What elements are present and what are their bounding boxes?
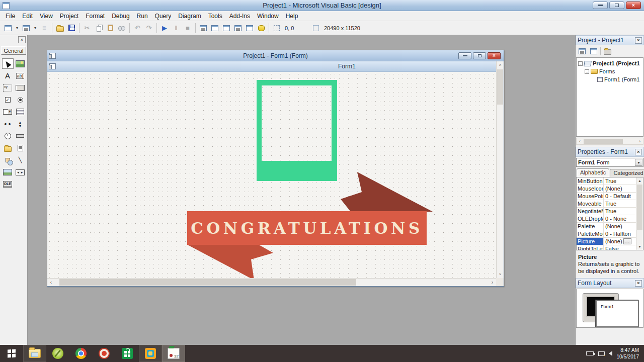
taskbar-vmware[interactable] (139, 345, 162, 362)
menu-item-edit[interactable]: Edit (19, 12, 36, 21)
chevron-down-icon[interactable]: ▾ (635, 159, 642, 166)
copy-button[interactable] (93, 23, 104, 34)
form-layout-button[interactable] (221, 23, 232, 34)
scroll-up-icon[interactable]: ▲ (636, 177, 643, 184)
toolbox-label-tool[interactable]: A (2, 70, 14, 81)
tab-alphabetic[interactable]: Alphabetic (577, 168, 609, 177)
scroll-right-icon[interactable]: › (636, 138, 643, 144)
menu-item-diagram[interactable]: Diagram (175, 12, 204, 21)
minimize-button[interactable] (593, 2, 608, 9)
menu-editor-button[interactable]: ≡ (39, 23, 50, 34)
menu-item-window[interactable]: Window (254, 12, 282, 21)
menu-item-tools[interactable]: Tools (205, 12, 226, 21)
break-button[interactable]: ‖ (171, 23, 182, 34)
taskbar-store[interactable] (116, 345, 139, 362)
toolbox-data-tool[interactable] (15, 167, 26, 177)
maximize-button[interactable] (609, 2, 624, 9)
properties-window-button[interactable] (209, 23, 220, 34)
property-row[interactable]: MousePointe 0 - Default (577, 193, 636, 200)
toolbox-image-tool[interactable] (2, 167, 14, 177)
toolbox-dirlistbox-tool[interactable] (2, 143, 14, 153)
menu-item-help[interactable]: Help (282, 12, 302, 21)
form-layout-titlebar[interactable]: Form Layout × (576, 278, 644, 288)
congratulations-ribbon[interactable]: CONGRATULATIONS (47, 72, 496, 278)
save-project-button[interactable] (66, 23, 77, 34)
menu-item-format[interactable]: Format (82, 12, 108, 21)
object-browser-button[interactable] (232, 23, 244, 34)
scroll-down-icon[interactable]: ˅ (497, 270, 504, 278)
property-row[interactable]: MouseIcon (None) (577, 185, 636, 193)
properties-scroll-thumb[interactable] (637, 185, 642, 230)
form-horizontal-scrollbar[interactable]: ‹ › (47, 278, 496, 286)
collapse-icon[interactable]: - (578, 61, 583, 66)
tree-item-forms[interactable]: - Forms (578, 67, 643, 75)
properties-panel-titlebar[interactable]: Properties - Form1 × (576, 147, 644, 157)
scroll-left-icon[interactable]: ‹ (47, 279, 55, 286)
form-layout-close-button[interactable]: × (635, 280, 642, 287)
property-row[interactable]: PaletteMode 0 - Halfton (577, 230, 636, 238)
menu-item-addins[interactable]: Add-Ins (226, 12, 254, 21)
scroll-left-icon[interactable]: ‹ (577, 138, 583, 144)
view-code-button[interactable] (577, 47, 587, 56)
menu-item-debug[interactable]: Debug (108, 12, 133, 21)
toolbox-frame-tool[interactable]: xy (2, 82, 14, 93)
toolbox-listbox-tool[interactable] (15, 107, 26, 117)
add-project-dropdown[interactable]: ▾ (14, 23, 20, 34)
toggle-folders-button[interactable] (602, 47, 612, 56)
redo-button[interactable]: ↷ (143, 23, 154, 34)
open-project-button[interactable] (54, 23, 65, 34)
close-button[interactable]: × (626, 2, 641, 9)
view-object-button[interactable] (589, 47, 599, 56)
child-minimize-button[interactable] (458, 52, 471, 59)
property-row[interactable]: RightToLeft False (577, 245, 636, 250)
picture-browse-button[interactable]: ... (623, 238, 631, 244)
toolbox-close-button[interactable]: × (18, 36, 26, 43)
end-button[interactable]: ■ (182, 23, 193, 34)
undo-button[interactable]: ↶ (132, 23, 143, 34)
form-vertical-scrollbar[interactable]: ˄ ˅ (496, 61, 504, 278)
start-button[interactable]: ▶ (159, 23, 170, 34)
tree-item-form1[interactable]: Form1 (Form1 (578, 75, 643, 83)
toolbox-commandbutton-tool[interactable] (15, 82, 26, 93)
property-row[interactable]: Palette (None) (577, 223, 636, 230)
taskbar-clock[interactable]: 8:47 AM 10/5/2017 (617, 347, 639, 360)
speaker-icon[interactable] (609, 351, 612, 356)
property-row[interactable]: MinButton True (577, 177, 636, 185)
object-selector[interactable]: Form1 Form ▾ (576, 158, 643, 167)
menu-item-view[interactable]: View (36, 12, 56, 21)
taskbar-android-studio[interactable] (46, 345, 69, 362)
menu-item-file[interactable]: File (2, 12, 19, 21)
project-horizontal-scrollbar[interactable]: ‹ › (576, 138, 643, 145)
tree-item-project[interactable]: - Project1 (Project1 (578, 59, 643, 67)
tab-categorized[interactable]: Categorized (610, 169, 644, 177)
form-caption-bar[interactable]: Form1 (47, 61, 496, 72)
toolbox-line-tool[interactable]: ╲ (15, 155, 26, 165)
toolbox-hscrollbar-tool[interactable]: ◄ ► (2, 119, 14, 129)
menu-item-query[interactable]: Query (151, 12, 175, 21)
battery-icon[interactable] (586, 351, 594, 355)
taskbar-screen-recorder[interactable] (93, 345, 116, 362)
toolbox-vscrollbar-tool[interactable]: ▲▼ (15, 119, 26, 129)
toolbox-ole-tool[interactable]: OLE (2, 179, 14, 190)
toolbox-timer-tool[interactable] (2, 131, 14, 141)
properties-panel-close-button[interactable]: × (635, 149, 642, 155)
toolbox-combobox-tool[interactable] (2, 107, 14, 117)
paste-button[interactable] (105, 23, 116, 34)
scroll-down-icon[interactable]: ▼ (636, 243, 643, 250)
find-button[interactable] (116, 23, 127, 34)
horizontal-scroll-thumb[interactable] (59, 279, 356, 286)
taskbar-visual-basic[interactable]: 32 (162, 345, 185, 362)
project-panel-titlebar[interactable]: Project - Project1 × (576, 35, 644, 45)
add-project-button[interactable] (3, 23, 14, 34)
menu-item-run[interactable]: Run (133, 12, 151, 21)
data-view-button[interactable] (256, 23, 267, 34)
toolbox-tab-general[interactable]: General (1, 46, 26, 55)
form-designer-titlebar[interactable]: Project1 - Form1 (Form) × (47, 50, 504, 61)
toolbox-pointer-tool[interactable] (2, 58, 14, 69)
property-row[interactable]: Moveable True (577, 200, 636, 208)
child-maximize-button[interactable] (473, 52, 486, 59)
vertical-scroll-thumb[interactable] (497, 69, 503, 105)
taskbar-file-explorer[interactable] (23, 345, 46, 362)
project-scroll-thumb[interactable] (584, 139, 623, 144)
child-close-button[interactable]: × (488, 52, 501, 59)
